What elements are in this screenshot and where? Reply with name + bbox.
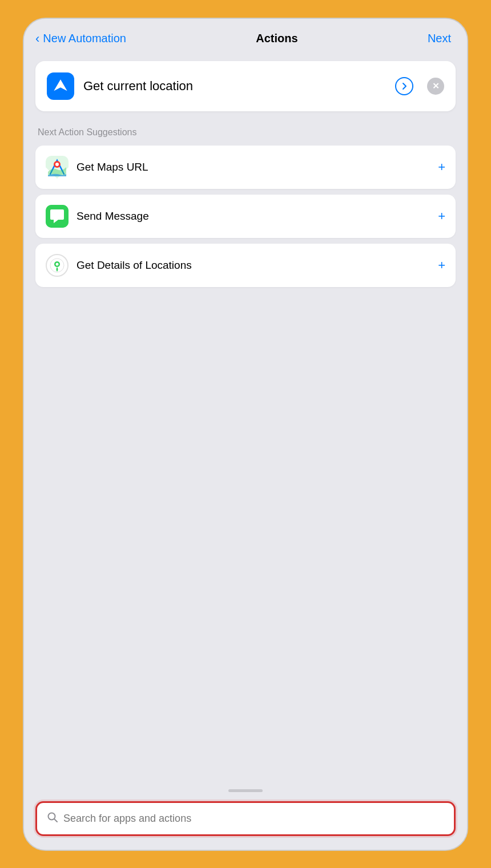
location-icon (47, 72, 74, 100)
suggestion-list: Get Maps URL + Send Message + (35, 146, 456, 287)
svg-line-9 (54, 819, 57, 822)
current-action-label: Get current location (83, 79, 386, 94)
search-icon-svg (47, 812, 58, 822)
search-input[interactable] (63, 813, 444, 825)
maps-app-icon-svg (46, 156, 69, 179)
message-icon (46, 205, 69, 228)
search-bar[interactable] (35, 801, 456, 836)
suggestion-item-send-message[interactable]: Send Message + (35, 195, 456, 238)
main-content: Get current location ✕ Next Action Sugge… (24, 55, 467, 782)
current-action-card[interactable]: Get current location ✕ (35, 61, 456, 111)
location-pin-icon-svg (50, 258, 65, 273)
message-app-icon-svg (46, 205, 69, 228)
header-left: ‹ New Automation (35, 31, 126, 46)
svg-point-3 (55, 163, 59, 166)
remove-action-button[interactable]: ✕ (427, 78, 444, 95)
search-icon (47, 812, 58, 825)
header: ‹ New Automation Actions Next (24, 19, 467, 55)
bottom-area (24, 782, 467, 850)
add-maps-url-button[interactable]: + (438, 160, 445, 175)
action-chevron-button[interactable] (395, 77, 413, 95)
add-send-message-button[interactable]: + (438, 209, 445, 224)
page-title: Actions (256, 32, 297, 45)
location-details-icon (46, 254, 69, 277)
location-details-label: Get Details of Locations (77, 259, 430, 272)
maps-url-label: Get Maps URL (77, 161, 430, 173)
chevron-right-icon (400, 82, 408, 90)
suggestion-item-location-details[interactable]: Get Details of Locations + (35, 244, 456, 287)
maps-icon (46, 156, 69, 179)
add-location-details-button[interactable]: + (438, 258, 445, 273)
phone-frame: ‹ New Automation Actions Next Get curren… (23, 18, 468, 851)
svg-point-7 (56, 263, 59, 265)
location-arrow-svg (53, 78, 69, 94)
content-spacer (35, 287, 456, 618)
suggestion-item-maps-url[interactable]: Get Maps URL + (35, 146, 456, 189)
send-message-label: Send Message (77, 210, 430, 223)
back-button[interactable]: New Automation (43, 32, 126, 45)
suggestions-heading: Next Action Suggestions (35, 127, 456, 138)
drag-handle (228, 789, 263, 792)
back-chevron-icon: ‹ (35, 31, 39, 46)
next-button[interactable]: Next (428, 32, 451, 45)
